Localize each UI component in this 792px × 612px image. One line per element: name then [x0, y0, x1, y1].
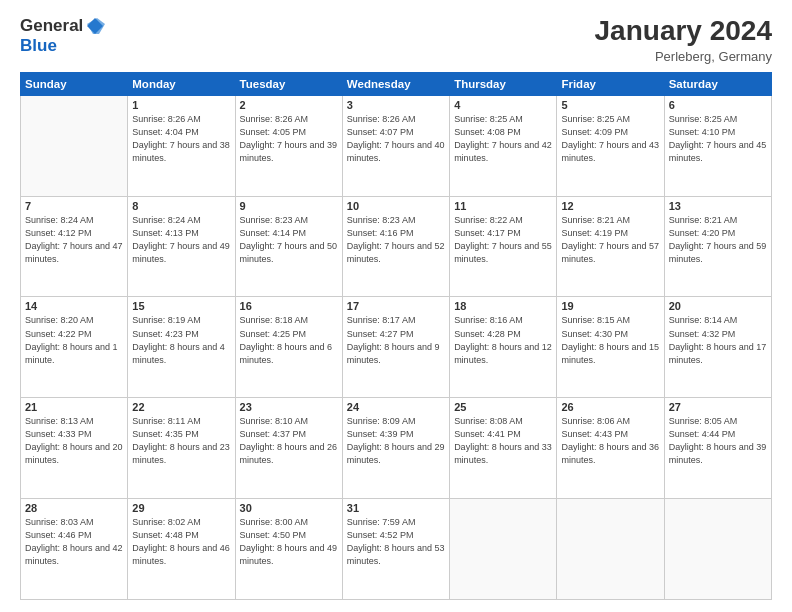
day-info: Sunrise: 8:23 AMSunset: 4:16 PMDaylight:…: [347, 214, 445, 266]
day-number: 4: [454, 99, 552, 111]
day-number: 6: [669, 99, 767, 111]
day-info: Sunrise: 8:25 AMSunset: 4:09 PMDaylight:…: [561, 113, 659, 165]
day-info: Sunrise: 8:22 AMSunset: 4:17 PMDaylight:…: [454, 214, 552, 266]
table-row: 24Sunrise: 8:09 AMSunset: 4:39 PMDayligh…: [342, 398, 449, 499]
day-number: 26: [561, 401, 659, 413]
calendar-week-row: 14Sunrise: 8:20 AMSunset: 4:22 PMDayligh…: [21, 297, 772, 398]
table-row: 17Sunrise: 8:17 AMSunset: 4:27 PMDayligh…: [342, 297, 449, 398]
day-number: 15: [132, 300, 230, 312]
day-info: Sunrise: 8:25 AMSunset: 4:08 PMDaylight:…: [454, 113, 552, 165]
calendar-week-row: 7Sunrise: 8:24 AMSunset: 4:12 PMDaylight…: [21, 196, 772, 297]
day-number: 7: [25, 200, 123, 212]
day-info: Sunrise: 8:05 AMSunset: 4:44 PMDaylight:…: [669, 415, 767, 467]
table-row: [557, 499, 664, 600]
table-row: 7Sunrise: 8:24 AMSunset: 4:12 PMDaylight…: [21, 196, 128, 297]
day-number: 27: [669, 401, 767, 413]
logo-general: General: [20, 16, 83, 36]
day-info: Sunrise: 8:00 AMSunset: 4:50 PMDaylight:…: [240, 516, 338, 568]
day-number: 17: [347, 300, 445, 312]
day-number: 19: [561, 300, 659, 312]
table-row: [21, 95, 128, 196]
day-info: Sunrise: 8:16 AMSunset: 4:28 PMDaylight:…: [454, 314, 552, 366]
day-number: 10: [347, 200, 445, 212]
col-saturday: Saturday: [664, 72, 771, 95]
day-number: 9: [240, 200, 338, 212]
calendar-week-row: 1Sunrise: 8:26 AMSunset: 4:04 PMDaylight…: [21, 95, 772, 196]
day-number: 16: [240, 300, 338, 312]
day-info: Sunrise: 8:08 AMSunset: 4:41 PMDaylight:…: [454, 415, 552, 467]
logo-blue: Blue: [20, 36, 57, 55]
calendar-week-row: 21Sunrise: 8:13 AMSunset: 4:33 PMDayligh…: [21, 398, 772, 499]
table-row: 28Sunrise: 8:03 AMSunset: 4:46 PMDayligh…: [21, 499, 128, 600]
calendar-table: Sunday Monday Tuesday Wednesday Thursday…: [20, 72, 772, 600]
svg-marker-1: [87, 18, 105, 34]
day-number: 18: [454, 300, 552, 312]
col-thursday: Thursday: [450, 72, 557, 95]
day-number: 28: [25, 502, 123, 514]
day-info: Sunrise: 8:19 AMSunset: 4:23 PMDaylight:…: [132, 314, 230, 366]
day-info: Sunrise: 8:02 AMSunset: 4:48 PMDaylight:…: [132, 516, 230, 568]
day-number: 29: [132, 502, 230, 514]
calendar-header-row: Sunday Monday Tuesday Wednesday Thursday…: [21, 72, 772, 95]
day-info: Sunrise: 7:59 AMSunset: 4:52 PMDaylight:…: [347, 516, 445, 568]
day-number: 11: [454, 200, 552, 212]
table-row: 22Sunrise: 8:11 AMSunset: 4:35 PMDayligh…: [128, 398, 235, 499]
day-number: 21: [25, 401, 123, 413]
col-wednesday: Wednesday: [342, 72, 449, 95]
logo: General Blue: [20, 16, 105, 56]
table-row: 11Sunrise: 8:22 AMSunset: 4:17 PMDayligh…: [450, 196, 557, 297]
table-row: 25Sunrise: 8:08 AMSunset: 4:41 PMDayligh…: [450, 398, 557, 499]
col-sunday: Sunday: [21, 72, 128, 95]
day-number: 2: [240, 99, 338, 111]
table-row: 6Sunrise: 8:25 AMSunset: 4:10 PMDaylight…: [664, 95, 771, 196]
table-row: 23Sunrise: 8:10 AMSunset: 4:37 PMDayligh…: [235, 398, 342, 499]
day-info: Sunrise: 8:26 AMSunset: 4:04 PMDaylight:…: [132, 113, 230, 165]
day-info: Sunrise: 8:24 AMSunset: 4:13 PMDaylight:…: [132, 214, 230, 266]
calendar-week-row: 28Sunrise: 8:03 AMSunset: 4:46 PMDayligh…: [21, 499, 772, 600]
day-info: Sunrise: 8:21 AMSunset: 4:20 PMDaylight:…: [669, 214, 767, 266]
table-row: 31Sunrise: 7:59 AMSunset: 4:52 PMDayligh…: [342, 499, 449, 600]
day-number: 3: [347, 99, 445, 111]
day-number: 20: [669, 300, 767, 312]
day-info: Sunrise: 8:18 AMSunset: 4:25 PMDaylight:…: [240, 314, 338, 366]
day-number: 1: [132, 99, 230, 111]
col-tuesday: Tuesday: [235, 72, 342, 95]
table-row: 3Sunrise: 8:26 AMSunset: 4:07 PMDaylight…: [342, 95, 449, 196]
day-number: 25: [454, 401, 552, 413]
day-info: Sunrise: 8:21 AMSunset: 4:19 PMDaylight:…: [561, 214, 659, 266]
table-row: 10Sunrise: 8:23 AMSunset: 4:16 PMDayligh…: [342, 196, 449, 297]
day-info: Sunrise: 8:25 AMSunset: 4:10 PMDaylight:…: [669, 113, 767, 165]
table-row: 20Sunrise: 8:14 AMSunset: 4:32 PMDayligh…: [664, 297, 771, 398]
day-number: 8: [132, 200, 230, 212]
table-row: 16Sunrise: 8:18 AMSunset: 4:25 PMDayligh…: [235, 297, 342, 398]
logo-icon: [85, 16, 105, 36]
table-row: [664, 499, 771, 600]
table-row: 5Sunrise: 8:25 AMSunset: 4:09 PMDaylight…: [557, 95, 664, 196]
day-info: Sunrise: 8:24 AMSunset: 4:12 PMDaylight:…: [25, 214, 123, 266]
day-number: 24: [347, 401, 445, 413]
day-info: Sunrise: 8:09 AMSunset: 4:39 PMDaylight:…: [347, 415, 445, 467]
location: Perleberg, Germany: [595, 49, 772, 64]
day-info: Sunrise: 8:14 AMSunset: 4:32 PMDaylight:…: [669, 314, 767, 366]
day-number: 14: [25, 300, 123, 312]
calendar-page: General Blue January 2024 Perleberg, Ger…: [0, 0, 792, 612]
day-info: Sunrise: 8:17 AMSunset: 4:27 PMDaylight:…: [347, 314, 445, 366]
table-row: 4Sunrise: 8:25 AMSunset: 4:08 PMDaylight…: [450, 95, 557, 196]
table-row: [450, 499, 557, 600]
table-row: 2Sunrise: 8:26 AMSunset: 4:05 PMDaylight…: [235, 95, 342, 196]
day-info: Sunrise: 8:23 AMSunset: 4:14 PMDaylight:…: [240, 214, 338, 266]
day-number: 31: [347, 502, 445, 514]
table-row: 27Sunrise: 8:05 AMSunset: 4:44 PMDayligh…: [664, 398, 771, 499]
table-row: 21Sunrise: 8:13 AMSunset: 4:33 PMDayligh…: [21, 398, 128, 499]
col-friday: Friday: [557, 72, 664, 95]
table-row: 9Sunrise: 8:23 AMSunset: 4:14 PMDaylight…: [235, 196, 342, 297]
col-monday: Monday: [128, 72, 235, 95]
day-number: 5: [561, 99, 659, 111]
day-info: Sunrise: 8:11 AMSunset: 4:35 PMDaylight:…: [132, 415, 230, 467]
day-info: Sunrise: 8:20 AMSunset: 4:22 PMDaylight:…: [25, 314, 123, 366]
day-number: 12: [561, 200, 659, 212]
table-row: 15Sunrise: 8:19 AMSunset: 4:23 PMDayligh…: [128, 297, 235, 398]
day-info: Sunrise: 8:06 AMSunset: 4:43 PMDaylight:…: [561, 415, 659, 467]
day-number: 13: [669, 200, 767, 212]
table-row: 8Sunrise: 8:24 AMSunset: 4:13 PMDaylight…: [128, 196, 235, 297]
